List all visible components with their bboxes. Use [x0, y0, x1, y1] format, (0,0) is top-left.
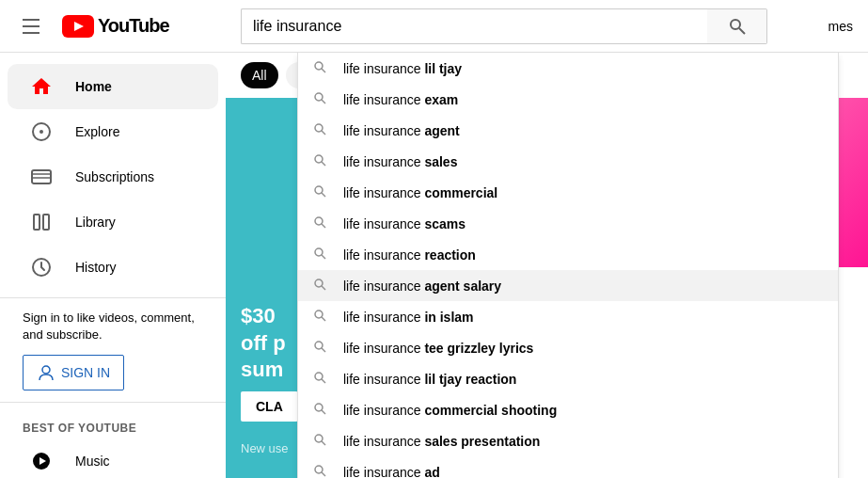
- claim-button[interactable]: CLA: [241, 391, 298, 422]
- autocomplete-item-0[interactable]: life insurance lil tjay: [298, 53, 838, 84]
- sidebar-item-subscriptions[interactable]: Subscriptions: [8, 154, 218, 199]
- search-suggestion-icon-10: [313, 371, 332, 387]
- svg-line-21: [322, 131, 325, 135]
- library-icon: [30, 211, 53, 233]
- autocomplete-item-9[interactable]: life insurance tee grizzley lyrics: [298, 332, 838, 363]
- svg-point-42: [315, 466, 323, 473]
- search-suggestion-icon-1: [313, 91, 332, 107]
- autocomplete-item-7[interactable]: life insurance agent salary: [298, 270, 838, 301]
- header-left: YouTube: [15, 11, 241, 41]
- suggestion-text-10: life insurance lil tjay reaction: [343, 372, 516, 387]
- sidebar-label-music: Music: [75, 454, 110, 469]
- best-of-youtube-title: BEST OF YOUTUBE: [0, 410, 226, 438]
- svg-point-32: [315, 311, 323, 318]
- svg-line-33: [322, 317, 325, 321]
- svg-point-18: [315, 93, 323, 101]
- search-suggestion-icon-0: [313, 60, 332, 76]
- svg-line-41: [322, 441, 325, 445]
- signin-button-label: SIGN IN: [61, 365, 110, 380]
- sidebar-item-home[interactable]: Home: [8, 64, 218, 109]
- search-suggestion-icon-6: [313, 247, 332, 263]
- suggestion-text-13: life insurance ad: [343, 465, 440, 479]
- autocomplete-item-6[interactable]: life insurance reaction: [298, 239, 838, 270]
- subscriptions-icon: [30, 166, 53, 188]
- header-extra-text: mes: [829, 19, 853, 34]
- svg-rect-6: [32, 170, 51, 183]
- autocomplete-item-13[interactable]: life insurance ad: [298, 456, 838, 478]
- search-button[interactable]: [707, 8, 767, 44]
- sidebar-label-explore: Explore: [75, 124, 119, 139]
- svg-point-28: [315, 248, 323, 256]
- youtube-logo[interactable]: YouTube: [62, 15, 169, 38]
- new-use-text: New use: [241, 441, 289, 455]
- autocomplete-item-10[interactable]: life insurance lil tjay reaction: [298, 363, 838, 394]
- svg-line-31: [322, 286, 325, 290]
- suggestion-text-8: life insurance in islam: [343, 310, 474, 325]
- sidebar-item-explore[interactable]: Explore: [8, 109, 218, 154]
- thumbnail-price-text: $30 off p sum: [241, 303, 286, 384]
- suggestion-text-9: life insurance tee grizzley lyrics: [343, 341, 533, 356]
- svg-rect-9: [34, 215, 39, 230]
- autocomplete-item-1[interactable]: life insurance exam: [298, 84, 838, 115]
- autocomplete-item-12[interactable]: life insurance sales presentation: [298, 425, 838, 456]
- search-suggestion-icon-7: [313, 278, 332, 294]
- sidebar-label-history: History: [75, 260, 117, 275]
- search-suggestion-icon-8: [313, 309, 332, 325]
- suggestion-text-11: life insurance commercial shooting: [343, 403, 557, 418]
- autocomplete-item-8[interactable]: life insurance in islam: [298, 301, 838, 332]
- svg-line-25: [322, 193, 325, 197]
- svg-point-26: [315, 217, 323, 225]
- music-icon: [30, 450, 53, 472]
- svg-rect-10: [43, 215, 49, 230]
- filter-chip-all[interactable]: All: [241, 62, 278, 88]
- sidebar-label-library: Library: [75, 215, 116, 230]
- menu-button[interactable]: [15, 11, 47, 41]
- svg-point-16: [315, 62, 323, 70]
- svg-line-35: [322, 348, 325, 352]
- svg-line-27: [322, 224, 325, 228]
- suggestion-text-2: life insurance agent: [343, 123, 460, 138]
- search-suggestion-icon-4: [313, 184, 332, 200]
- home-icon: [30, 75, 53, 98]
- svg-line-19: [322, 100, 325, 104]
- search-suggestion-icon-12: [313, 433, 332, 449]
- header-right: mes: [813, 19, 853, 34]
- svg-point-2: [731, 20, 740, 29]
- svg-point-5: [39, 130, 43, 134]
- autocomplete-item-11[interactable]: life insurance commercial shooting: [298, 394, 838, 425]
- search-suggestion-icon-2: [313, 122, 332, 138]
- suggestion-text-1: life insurance exam: [343, 92, 458, 107]
- svg-line-39: [322, 410, 325, 414]
- youtube-logo-icon: [62, 15, 94, 38]
- search-icon: [728, 17, 747, 36]
- search-area: [241, 8, 767, 44]
- signin-section: Sign in to like videos, comment, and sub…: [0, 297, 226, 403]
- sidebar-item-music[interactable]: Music: [8, 438, 218, 478]
- svg-point-20: [315, 124, 323, 132]
- search-input[interactable]: [241, 8, 707, 44]
- suggestion-text-6: life insurance reaction: [343, 247, 476, 263]
- svg-line-43: [322, 472, 325, 476]
- svg-point-22: [315, 155, 323, 163]
- autocomplete-item-5[interactable]: life insurance scams: [298, 208, 838, 239]
- svg-point-12: [42, 366, 50, 374]
- sidebar-item-history[interactable]: History: [8, 245, 218, 290]
- signin-prompt-text: Sign in to like videos, comment, and sub…: [23, 310, 203, 343]
- explore-icon: [30, 120, 53, 143]
- svg-line-23: [322, 162, 325, 166]
- suggestion-text-0: life insurance lil tjay: [343, 61, 462, 76]
- suggestion-text-7: life insurance agent salary: [343, 279, 501, 294]
- suggestion-text-3: life insurance sales: [343, 154, 457, 169]
- search-suggestion-icon-9: [313, 340, 332, 356]
- autocomplete-item-3[interactable]: life insurance sales: [298, 146, 838, 177]
- autocomplete-item-4[interactable]: life insurance commercial: [298, 177, 838, 208]
- signin-button[interactable]: SIGN IN: [23, 355, 124, 390]
- autocomplete-item-2[interactable]: life insurance agent: [298, 115, 838, 146]
- search-container: [241, 8, 767, 44]
- svg-line-29: [322, 255, 325, 259]
- history-icon: [30, 256, 53, 279]
- sidebar-item-library[interactable]: Library: [8, 199, 218, 245]
- svg-point-24: [315, 186, 323, 194]
- suggestion-text-12: life insurance sales presentation: [343, 434, 540, 449]
- search-suggestion-icon-11: [313, 402, 332, 418]
